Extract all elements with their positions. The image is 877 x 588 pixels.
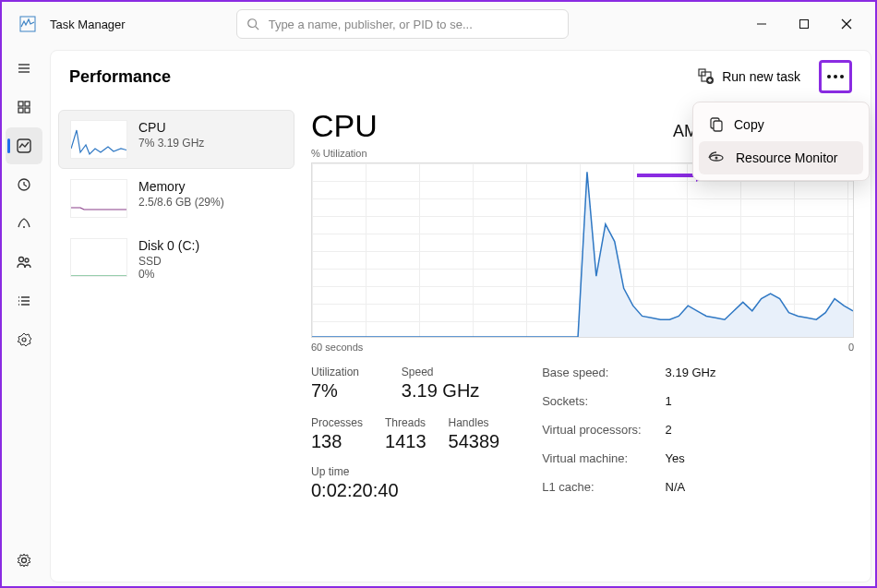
stat-label: Handles: [449, 416, 500, 429]
perf-item-sub: SSD 0%: [138, 255, 199, 281]
uptime-value: 0:02:20:40: [311, 480, 499, 501]
perf-item-memory[interactable]: Memory 2.5/8.6 GB (29%): [58, 169, 294, 228]
stat-value: 138: [311, 431, 363, 452]
kv-value: Yes: [666, 451, 716, 473]
search-icon: [246, 18, 259, 30]
svg-point-16: [23, 226, 25, 228]
svg-point-36: [715, 157, 718, 160]
more-options-button[interactable]: [819, 60, 852, 93]
nav-services[interactable]: [6, 321, 42, 358]
perf-item-sub: 7% 3.19 GHz: [138, 137, 204, 150]
svg-rect-10: [18, 102, 23, 106]
perf-item-sub: 2.5/8.6 GB (29%): [138, 196, 224, 209]
menu-item-label: Copy: [734, 117, 764, 132]
stat-label: Speed: [402, 366, 499, 378]
stat-value: 54389: [449, 431, 500, 452]
more-icon: [827, 75, 844, 78]
nav-hamburger[interactable]: [6, 50, 42, 87]
menu-item-copy[interactable]: Copy: [699, 108, 863, 141]
stat-label: Processes: [311, 416, 363, 429]
titlebar: Task Manager Type a name, publisher, or …: [2, 2, 875, 46]
nav-settings[interactable]: [6, 542, 42, 579]
stat-value: 3.19 GHz: [402, 380, 499, 402]
chart-x-left: 60 seconds: [311, 342, 363, 353]
nav-app-history[interactable]: [6, 166, 42, 203]
nav-performance[interactable]: [6, 127, 42, 164]
performance-list: CPU 7% 3.19 GHz Memory 2.5/8.6 GB (29%): [51, 102, 302, 582]
svg-rect-13: [25, 108, 30, 113]
svg-point-26: [22, 558, 27, 563]
close-button[interactable]: [825, 2, 868, 46]
svg-rect-4: [800, 20, 809, 29]
perf-thumb-cpu: [70, 120, 127, 159]
app-title: Task Manager: [50, 18, 126, 31]
run-new-task-button[interactable]: Run new task: [689, 63, 810, 90]
perf-thumb-memory: [70, 179, 127, 218]
run-new-task-label: Run new task: [722, 69, 800, 84]
uptime-label: Up time: [311, 465, 499, 478]
nav-details[interactable]: [6, 282, 42, 319]
perf-item-cpu[interactable]: CPU 7% 3.19 GHz: [58, 110, 294, 169]
maximize-button[interactable]: [783, 2, 825, 46]
perf-item-disk0[interactable]: Disk 0 (C:) SSD 0%: [58, 228, 294, 291]
chart-x-axis: 60 seconds 0: [311, 342, 854, 353]
cpu-chart: [311, 162, 854, 338]
run-new-task-icon: [698, 68, 715, 85]
stat-value: 1413: [385, 431, 426, 452]
content-header: Performance Run new task: [51, 51, 871, 102]
nav-rail: [2, 46, 46, 586]
kv-value: 3.19 GHz: [666, 366, 716, 387]
perf-thumb-disk0: [70, 238, 127, 277]
perf-item-name: Disk 0 (C:): [138, 238, 199, 253]
page-title: Performance: [69, 67, 171, 87]
perf-item-name: CPU: [138, 120, 204, 135]
stat-label: Threads: [385, 416, 426, 429]
svg-point-18: [25, 258, 29, 262]
kv-value: N/A: [666, 480, 716, 501]
kv-label: Virtual machine:: [542, 451, 641, 473]
svg-point-1: [247, 19, 256, 28]
svg-point-17: [19, 258, 24, 262]
chart-x-right: 0: [848, 342, 854, 353]
kv-value: 2: [666, 423, 716, 444]
nav-processes[interactable]: [6, 89, 42, 126]
detail-title: CPU: [311, 108, 378, 144]
window-controls: [740, 2, 868, 46]
kv-label: Base speed:: [542, 366, 641, 387]
svg-line-2: [255, 27, 258, 30]
minimize-button[interactable]: [740, 2, 783, 46]
menu-item-label: Resource Monitor: [736, 150, 838, 165]
more-options-menu: Copy Resource Monitor: [692, 102, 870, 181]
svg-rect-11: [25, 102, 30, 106]
resource-monitor-icon: [708, 150, 725, 165]
app-icon: [18, 15, 37, 33]
search-placeholder: Type a name, publisher, or PID to se...: [269, 18, 473, 31]
nav-users[interactable]: [6, 244, 42, 281]
perf-item-name: Memory: [138, 179, 224, 194]
kv-label: L1 cache:: [542, 480, 641, 501]
nav-startup-apps[interactable]: [6, 205, 42, 242]
copy-icon: [708, 117, 723, 132]
svg-rect-12: [18, 108, 23, 113]
stat-value: 7%: [311, 380, 379, 402]
kv-label: Sockets:: [542, 394, 641, 415]
menu-item-resource-monitor[interactable]: Resource Monitor: [699, 141, 863, 174]
svg-rect-34: [714, 121, 722, 131]
search-input[interactable]: Type a name, publisher, or PID to se...: [236, 9, 569, 39]
kv-label: Virtual processors:: [542, 423, 641, 444]
svg-point-25: [22, 338, 26, 342]
kv-value: 1: [666, 394, 716, 415]
stat-label: Utilization: [311, 366, 379, 378]
